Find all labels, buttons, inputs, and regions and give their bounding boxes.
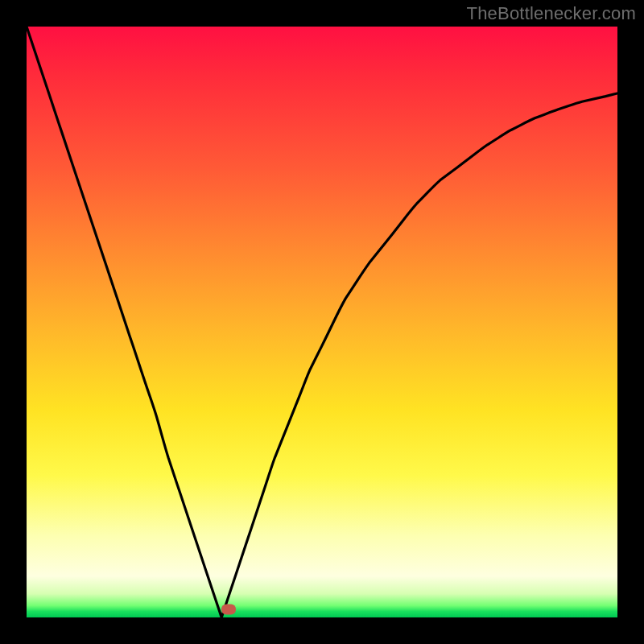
bottleneck-curve	[27, 27, 617, 617]
plot-area	[27, 27, 617, 617]
chart-frame: TheBottlenecker.com	[0, 0, 644, 644]
optimum-marker	[221, 604, 236, 614]
watermark-text: TheBottlenecker.com	[467, 3, 636, 24]
